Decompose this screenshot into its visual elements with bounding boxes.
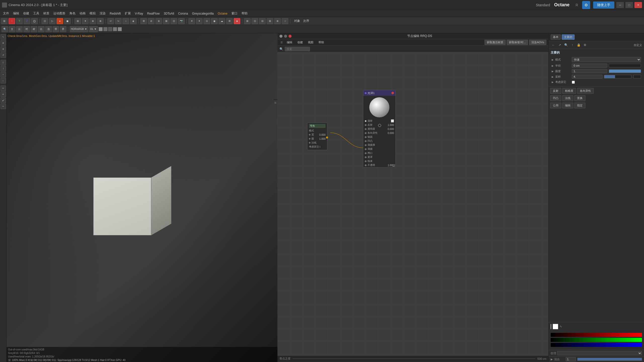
main-material-node[interactable]: 光泽1 漫射 反射 1.000 — [363, 90, 396, 167]
menu-3dtoall[interactable]: 3DToAll — [162, 11, 176, 16]
tool-live[interactable]: ○ — [1, 78, 6, 83]
menu-animate[interactable]: 动画 — [77, 11, 88, 16]
tb-cloner[interactable]: ⊠ — [163, 18, 170, 24]
btn-normal[interactable]: 法线 — [562, 95, 573, 101]
minimize-button[interactable]: ─ — [616, 2, 624, 8]
tb-render-region[interactable]: ⊡ — [42, 18, 48, 24]
menu-help[interactable]: 帮助 — [239, 11, 250, 16]
tb2-mat[interactable]: 材 — [31, 26, 37, 32]
btn-reflect[interactable]: 反射 — [550, 88, 561, 94]
tool-edge[interactable]: ⌇ — [1, 66, 6, 71]
tool-paint[interactable]: 🖌 — [1, 98, 6, 103]
btn-assign[interactable]: 指定 — [574, 103, 585, 108]
tb2-cloud[interactable]: 云 — [16, 26, 23, 32]
tab-main[interactable]: 主要的 — [562, 34, 575, 40]
mini-bend-node[interactable]: 弯角 模式 宽 0.000 圆 1.000 — [307, 123, 327, 150]
tb-obj1[interactable]: ⊞ — [244, 18, 251, 24]
tb-grid[interactable]: ⊞ — [74, 18, 81, 24]
get-tag-btn[interactable]: 获取标签/对... — [507, 40, 528, 45]
tool-select[interactable]: ↖ — [1, 34, 6, 40]
btn-edit[interactable]: 编辑 — [562, 103, 573, 108]
color-swatch-5[interactable] — [118, 27, 122, 31]
node-window-maximize[interactable] — [284, 35, 287, 38]
tb-deform[interactable]: ⊘ — [148, 18, 154, 24]
color-bar-blue[interactable] — [551, 343, 642, 347]
menu-realflow[interactable]: RealFlow — [145, 11, 162, 16]
tool-point[interactable]: • — [1, 72, 6, 77]
get-active-material-btn[interactable]: 获取激活材质 — [485, 40, 506, 45]
color-bar-red[interactable] — [551, 333, 642, 337]
color-swatch-1[interactable] — [99, 27, 103, 31]
btn-roughness[interactable]: 粗糙度 — [562, 88, 576, 94]
nav-back-btn[interactable]: ← — [551, 42, 556, 48]
menu-render[interactable]: 渲染 — [98, 11, 108, 16]
tool-polygon[interactable]: ▽ — [1, 60, 6, 65]
tb-redo[interactable]: ↪ — [115, 18, 122, 24]
tb-scale[interactable]: ⊙ — [31, 18, 38, 24]
tb-render-frame[interactable]: ● — [57, 18, 63, 24]
tb2-dl[interactable]: DL ▼ — [89, 26, 98, 32]
tb-x-axis[interactable]: X — [9, 18, 15, 24]
maximize-button[interactable]: □ — [625, 2, 633, 8]
tab-basic[interactable]: 基本 — [551, 34, 561, 40]
menu-octane[interactable]: Octane — [216, 11, 230, 16]
tb-light[interactable]: ☀ — [188, 18, 195, 24]
3d-viewport[interactable]: Check:0ms/1ms. MeshGen:0ms. UpdateMlt:0m… — [7, 33, 277, 362]
menu-edit[interactable]: 编辑 — [11, 11, 21, 16]
close-button[interactable]: ✕ — [634, 2, 642, 8]
nav-settings-btn[interactable]: ⚙ — [582, 42, 588, 48]
node-resize-handle[interactable] — [392, 164, 395, 167]
tb2-hdr[interactable]: HDR/sRGB ▼ — [70, 26, 88, 32]
nav-up-btn[interactable]: ↗ — [557, 42, 562, 48]
tb-y-axis[interactable]: Y — [16, 18, 23, 24]
tool-rotate[interactable]: ↺ — [1, 52, 6, 58]
btn-anisotropy[interactable]: 各向异性 — [577, 88, 594, 94]
prop-sample-value[interactable]: 4. — [572, 75, 602, 79]
menu-corona[interactable]: Corona — [176, 11, 190, 16]
search-input[interactable] — [285, 47, 310, 51]
menu-create[interactable]: 创建 — [21, 11, 31, 16]
tb-cam[interactable]: 📷 — [178, 18, 185, 24]
menu-tools[interactable]: 工具 — [31, 11, 41, 16]
nav-search-btn[interactable]: 🔍 — [563, 42, 569, 48]
menu-window[interactable]: 窗口 — [229, 11, 239, 16]
color-bar-green[interactable] — [551, 338, 642, 342]
prop-mode-select[interactable]: 快速 — [572, 57, 641, 62]
tb-scale2[interactable]: ⊗ — [97, 18, 104, 24]
node-menu-toggle[interactable]: ☰ — [279, 41, 284, 44]
tb-render-all[interactable]: ◼ — [64, 18, 71, 24]
tb2-file[interactable]: 文 — [9, 26, 15, 32]
tb-edit[interactable]: ◈ — [130, 18, 137, 24]
tb2-obj[interactable]: 对 — [23, 26, 30, 32]
tool-scale[interactable]: ⊗ — [1, 46, 6, 52]
node-canvas[interactable]: 光泽1 漫射 反射 1.000 — [277, 52, 548, 361]
btn-common[interactable]: 公用 — [550, 103, 561, 108]
tb2-select[interactable]: 🔍 — [2, 26, 8, 32]
tb-render-view[interactable]: ▷ — [49, 18, 56, 24]
main-node-close-btn[interactable] — [391, 92, 394, 94]
tb2-selection[interactable]: 选 — [45, 26, 52, 32]
node-menu-create[interactable]: 创建 — [295, 40, 305, 45]
menu-mograph[interactable]: 运动图形 — [51, 11, 67, 16]
prop-round-value[interactable]: 1. — [572, 69, 607, 73]
menu-redshift[interactable]: Redshift — [108, 11, 123, 16]
tb-live-select[interactable]: ○ — [123, 18, 129, 24]
menu-file[interactable]: 文件 — [1, 11, 11, 16]
tb-obj3[interactable]: ⊟ — [259, 18, 266, 24]
menu-material[interactable]: 材质 — [41, 11, 51, 16]
btn-displace[interactable]: 置换 — [574, 95, 585, 101]
prop-sample-edit[interactable] — [633, 75, 641, 78]
tb-effector[interactable]: ⊛ — [155, 18, 162, 24]
tb-fog[interactable]: ☁ — [219, 18, 225, 24]
nav-lock-btn[interactable]: 🔒 — [576, 42, 581, 48]
tb-snap[interactable]: ✦ — [82, 18, 89, 24]
tb-fracture[interactable]: ⊡ — [171, 18, 177, 24]
nav-pin-btn[interactable]: ↑ — [570, 42, 575, 48]
tb-obj4[interactable]: ⊞ — [267, 18, 273, 24]
node-window-minimize[interactable] — [279, 35, 283, 38]
menu-greyscale[interactable]: Greyscalegorilla — [190, 11, 216, 16]
tb-sky[interactable]: ⊙ — [204, 18, 210, 24]
tb-render-settings[interactable]: ⚙ — [226, 18, 233, 24]
node-menu-view[interactable]: 视图 — [306, 40, 315, 45]
tool-knife[interactable]: ✂ — [1, 104, 6, 109]
